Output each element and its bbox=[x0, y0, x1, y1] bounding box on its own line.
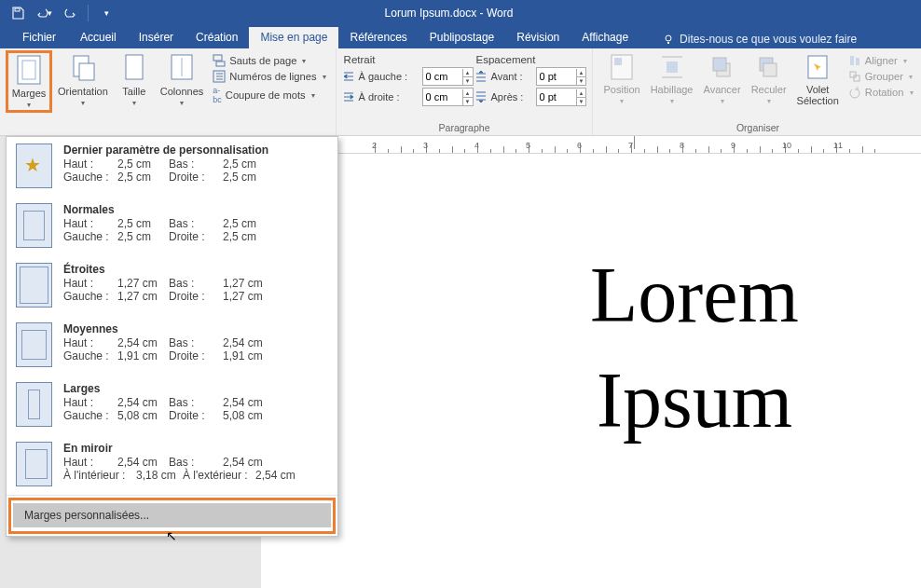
document-area: 234567891011 Lorem Ipsum bbox=[337, 136, 921, 588]
document-body[interactable]: Lorem Ipsum bbox=[337, 154, 921, 454]
spacing-before-input[interactable]: ▲▼ bbox=[536, 67, 587, 86]
selection-pane-icon bbox=[804, 52, 831, 82]
svg-rect-11 bbox=[213, 71, 225, 82]
columns-icon bbox=[168, 52, 196, 84]
window-title: Lorum Ipsum.docx - Word bbox=[117, 7, 781, 20]
svg-rect-15 bbox=[612, 55, 632, 79]
margins-preset[interactable]: Dernier paramètre de personnalisationHau… bbox=[7, 137, 337, 197]
svg-rect-22 bbox=[760, 58, 773, 71]
tab-file[interactable]: Fichier bbox=[9, 27, 69, 48]
redo-icon bbox=[63, 7, 76, 20]
indent-right-icon bbox=[342, 90, 355, 103]
preset-thumb-icon bbox=[16, 382, 52, 427]
retrait-heading: Retrait bbox=[342, 54, 474, 65]
preset-name: Étroites bbox=[63, 263, 328, 276]
arrange-group-label: Organiser bbox=[598, 122, 916, 135]
margins-button[interactable]: Marges ▾ bbox=[8, 53, 49, 110]
group-icon bbox=[848, 70, 861, 83]
line-numbers-button[interactable]: Numéros de lignes▾ bbox=[209, 69, 329, 84]
margins-dropdown: Dernier paramètre de personnalisationHau… bbox=[6, 136, 338, 537]
line-numbers-icon bbox=[213, 70, 226, 83]
undo-button[interactable]: ▾ bbox=[34, 3, 54, 23]
orientation-icon bbox=[69, 52, 97, 84]
tab-layout[interactable]: Mise en page bbox=[249, 27, 338, 48]
save-button[interactable] bbox=[7, 3, 28, 23]
rotate-button: Rotation▾ bbox=[845, 85, 917, 100]
redo-button[interactable] bbox=[60, 3, 80, 23]
title-bar: ▾ ▾ Lorum Ipsum.docx - Word bbox=[0, 0, 921, 26]
margins-preset[interactable]: ÉtroitesHaut :1,27 cmBas :1,27 cmGauche … bbox=[7, 256, 337, 316]
svg-rect-5 bbox=[79, 63, 94, 80]
spacing-after-input[interactable]: ▲▼ bbox=[536, 88, 587, 106]
tab-insert[interactable]: Insérer bbox=[128, 27, 185, 48]
margins-preset[interactable]: LargesHaut :2,54 cmBas :2,54 cmGauche :5… bbox=[7, 376, 337, 435]
wrap-icon bbox=[659, 52, 685, 82]
margins-preset[interactable]: NormalesHaut :2,5 cmBas :2,5 cmGauche :2… bbox=[7, 197, 337, 256]
paragraph-group-label: Paragraphe bbox=[342, 122, 587, 135]
preset-thumb-icon bbox=[16, 442, 52, 486]
size-icon bbox=[120, 52, 148, 84]
size-button[interactable]: Taille▾ bbox=[114, 50, 155, 109]
preset-thumb-icon bbox=[16, 322, 52, 367]
svg-rect-23 bbox=[763, 63, 777, 76]
rotate-icon bbox=[848, 86, 861, 99]
svg-rect-10 bbox=[216, 62, 225, 66]
forward-icon bbox=[709, 52, 735, 82]
svg-rect-7 bbox=[172, 55, 192, 79]
svg-rect-17 bbox=[667, 62, 678, 73]
margins-preset[interactable]: En miroirHaut :2,54 cmBas :2,54 cmÀ l'in… bbox=[7, 435, 337, 495]
bring-forward-button: Avancer▾ bbox=[699, 50, 746, 107]
svg-rect-21 bbox=[713, 58, 726, 71]
preset-name: Moyennes bbox=[63, 322, 328, 335]
qat-customize[interactable]: ▾ bbox=[96, 3, 117, 23]
save-icon bbox=[11, 7, 24, 20]
preset-name: Larges bbox=[63, 382, 328, 395]
svg-point-1 bbox=[666, 35, 671, 41]
svg-rect-3 bbox=[22, 61, 35, 79]
breaks-button[interactable]: Sauts de page▾ bbox=[209, 53, 329, 68]
svg-rect-20 bbox=[717, 63, 730, 76]
svg-rect-28 bbox=[854, 75, 859, 81]
tab-references[interactable]: Références bbox=[338, 27, 418, 48]
horizontal-ruler[interactable]: 234567891011 bbox=[337, 136, 921, 154]
tab-design[interactable]: Création bbox=[185, 27, 249, 48]
preset-name: En miroir bbox=[63, 442, 328, 455]
breaks-icon bbox=[213, 54, 226, 67]
svg-rect-2 bbox=[18, 56, 40, 84]
custom-margins-item[interactable]: Marges personnalisées... bbox=[13, 503, 331, 527]
tell-me[interactable]: Dites-nous ce que vous voulez faire bbox=[663, 33, 857, 48]
indent-left-input[interactable]: ▲▼ bbox=[422, 67, 474, 86]
bulb-icon bbox=[663, 34, 674, 45]
margins-preset[interactable]: MoyennesHaut :2,54 cmBas :2,54 cmGauche … bbox=[7, 316, 337, 376]
cursor-icon: ↖ bbox=[166, 528, 177, 543]
hyphenation-button[interactable]: a-bcCoupure de mots▾ bbox=[209, 85, 329, 105]
ribbon: Marges ▾ Orientation▾ Taille▾ Colonnes▾ … bbox=[0, 48, 921, 136]
tab-review[interactable]: Révision bbox=[505, 27, 570, 48]
svg-rect-25 bbox=[850, 56, 854, 65]
svg-rect-24 bbox=[808, 56, 827, 78]
tab-home[interactable]: Accueil bbox=[69, 27, 128, 48]
preset-name: Dernier paramètre de personnalisation bbox=[63, 144, 328, 157]
wrap-text-button: Habillage▾ bbox=[646, 50, 698, 107]
indent-marker[interactable] bbox=[634, 136, 635, 149]
indent-right-input[interactable]: ▲▼ bbox=[422, 88, 474, 106]
tab-mailings[interactable]: Publipostage bbox=[419, 27, 505, 48]
indent-left-icon bbox=[342, 70, 355, 83]
align-icon bbox=[848, 54, 861, 67]
group-button: Grouper▾ bbox=[845, 69, 917, 84]
tab-view[interactable]: Affichage bbox=[570, 27, 639, 48]
columns-button[interactable]: Colonnes▾ bbox=[156, 50, 208, 109]
svg-rect-9 bbox=[213, 55, 222, 61]
backward-icon bbox=[756, 52, 782, 82]
preset-thumb-icon bbox=[16, 203, 52, 248]
position-button: Position▾ bbox=[598, 50, 644, 107]
orientation-button[interactable]: Orientation▾ bbox=[53, 50, 113, 109]
align-button: Aligner▾ bbox=[845, 53, 917, 68]
svg-rect-0 bbox=[15, 8, 20, 11]
svg-rect-26 bbox=[856, 58, 859, 65]
preset-name: Normales bbox=[63, 203, 328, 216]
selection-pane-button[interactable]: Volet Sélection bbox=[792, 50, 844, 108]
preset-thumb-icon bbox=[16, 144, 52, 188]
svg-rect-16 bbox=[614, 58, 622, 65]
position-icon bbox=[609, 52, 635, 82]
